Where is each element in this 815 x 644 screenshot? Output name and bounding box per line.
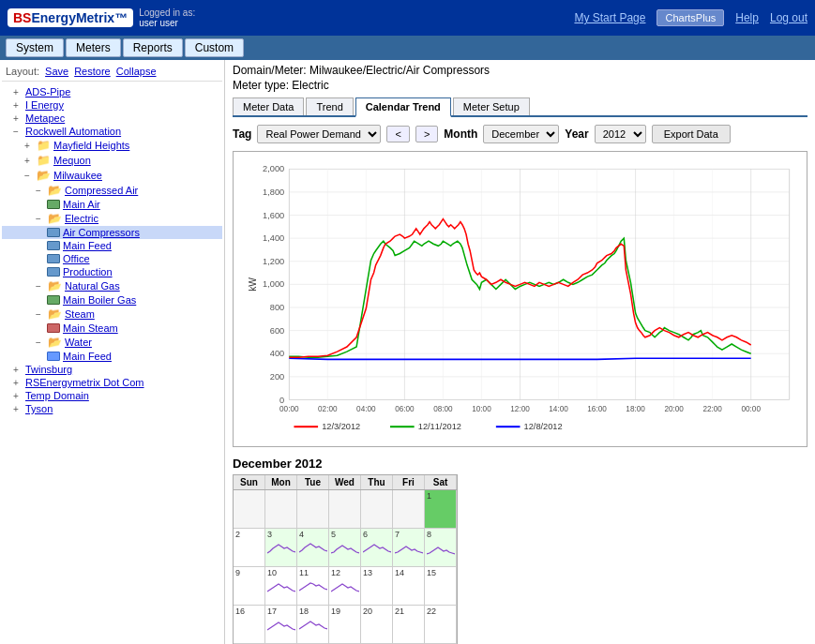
sidebar-item-rockwell[interactable]: − Rockwell Automation <box>2 125 222 138</box>
cal-cell[interactable]: 6 <box>361 529 393 566</box>
meter-icon <box>47 200 60 209</box>
cal-cell[interactable]: 1 <box>425 490 457 528</box>
meter-icon <box>47 295 60 305</box>
sidebar-item-main-feed-elec[interactable]: Main Feed <box>2 239 222 252</box>
sidebar-item-ads-pipe[interactable]: + ADS-Pipe <box>2 85 222 98</box>
cal-header-fri: Fri <box>393 475 425 489</box>
cal-cell[interactable]: 3 <box>265 529 297 566</box>
chartsplus-button[interactable]: ChartsPlus <box>657 9 724 26</box>
collapse-link[interactable]: Collapse <box>116 66 157 77</box>
sidebar-item-rsenergymetrix[interactable]: + RSEnergymetrix Dot Com <box>2 376 222 389</box>
content-area: Domain/Meter: Milwaukee/Electric/Air Com… <box>225 60 815 644</box>
svg-text:16:00: 16:00 <box>587 405 607 413</box>
tab-meter-data[interactable]: Meter Data <box>233 97 304 115</box>
sidebar-item-tyson[interactable]: + Tyson <box>2 402 222 415</box>
sidebar-item-mequon[interactable]: + 📁 Mequon <box>2 153 222 168</box>
tree-label: Production <box>63 266 113 277</box>
tab-trend[interactable]: Trend <box>306 97 353 115</box>
cal-cell[interactable] <box>393 490 425 528</box>
sidebar-item-main-feed-water[interactable]: Main Feed <box>2 350 222 363</box>
month-select[interactable]: December <box>483 125 559 143</box>
restore-link[interactable]: Restore <box>74 66 111 77</box>
cal-cell[interactable]: 13 <box>361 567 393 605</box>
cal-cell[interactable]: 22 <box>425 606 457 643</box>
folder-icon: 📂 <box>48 336 62 349</box>
tree-label: Temp Domain <box>25 390 89 401</box>
my-start-page-link[interactable]: My Start Page <box>574 11 645 24</box>
cal-cell[interactable] <box>265 490 297 528</box>
sidebar-item-steam[interactable]: − 📂 Steam <box>2 307 222 322</box>
cal-cell[interactable]: 21 <box>393 606 425 643</box>
tag-select[interactable]: Real Power Demand <box>257 125 381 143</box>
sidebar-item-metapec[interactable]: + Metapec <box>2 112 222 125</box>
cal-cell[interactable]: 19 <box>329 606 361 643</box>
cal-cell[interactable] <box>297 490 329 528</box>
cal-cell[interactable]: 17 <box>265 606 297 643</box>
main-layout: Layout: Save Restore Collapse + ADS-Pipe… <box>0 60 815 644</box>
sidebar-item-main-steam[interactable]: Main Steam <box>2 322 222 335</box>
expand-icon: + <box>13 378 23 387</box>
sidebar-item-electric[interactable]: − 📂 Electric <box>2 211 222 226</box>
sidebar-item-air-compressors[interactable]: Air Compressors <box>2 226 222 239</box>
sidebar-item-milwaukee[interactable]: − 📂 Milwaukee <box>2 168 222 183</box>
layout-bar: Layout: Save Restore Collapse <box>2 64 222 82</box>
sidebar-item-compressed-air[interactable]: − 📂 Compressed Air <box>2 183 222 198</box>
cal-cell[interactable] <box>361 490 393 528</box>
cal-cell[interactable]: 18 <box>297 606 329 643</box>
year-select[interactable]: 2012 <box>595 125 646 143</box>
tab-meter-setup[interactable]: Meter Setup <box>453 97 530 115</box>
meter-icon <box>47 267 60 277</box>
cal-cell[interactable]: 7 <box>393 529 425 566</box>
tree-label: Office <box>63 253 90 264</box>
cal-cell[interactable]: 10 <box>265 567 297 605</box>
reports-button[interactable]: Reports <box>123 38 183 57</box>
cal-cell[interactable]: 2 <box>234 529 265 566</box>
sidebar-item-main-air[interactable]: Main Air <box>2 198 222 211</box>
svg-text:1,000: 1,000 <box>263 279 284 289</box>
cal-cell[interactable]: 20 <box>361 606 393 643</box>
tree-label: Mequon <box>53 155 91 166</box>
expand-icon: − <box>36 337 45 347</box>
prev-button[interactable]: < <box>386 126 409 142</box>
header-nav: My Start Page ChartsPlus Help Log out <box>574 9 807 26</box>
cal-cell[interactable] <box>329 490 361 528</box>
expand-icon: − <box>36 214 45 223</box>
system-button[interactable]: System <box>6 38 64 57</box>
svg-text:00:00: 00:00 <box>741 405 761 413</box>
next-button[interactable]: > <box>415 126 438 142</box>
svg-text:12/11/2012: 12/11/2012 <box>418 422 461 431</box>
cal-cell[interactable]: 14 <box>393 567 425 605</box>
svg-text:0: 0 <box>279 396 284 405</box>
sidebar-item-twinsburg[interactable]: + Twinsburg <box>2 363 222 376</box>
export-button[interactable]: Export Data <box>652 125 731 143</box>
cal-cell[interactable]: 9 <box>234 567 265 605</box>
save-link[interactable]: Save <box>45 66 68 77</box>
cal-cell[interactable]: 16 <box>234 606 265 643</box>
logo: BSEnergyMetrix™ <box>8 8 133 27</box>
cal-cell[interactable]: 12 <box>329 567 361 605</box>
cal-cell[interactable]: 15 <box>425 567 457 605</box>
sidebar-item-natural-gas[interactable]: − 📂 Natural Gas <box>2 278 222 293</box>
expand-icon: + <box>13 365 23 374</box>
tab-calendar-trend[interactable]: Calendar Trend <box>355 97 451 117</box>
cal-cell[interactable]: 8 <box>425 529 457 566</box>
sidebar-item-water[interactable]: − 📂 Water <box>2 335 222 350</box>
logout-link[interactable]: Log out <box>770 11 807 24</box>
sidebar-item-main-boiler-gas[interactable]: Main Boiler Gas <box>2 293 222 307</box>
sidebar-item-mayfield[interactable]: + 📁 Mayfield Heights <box>2 138 222 153</box>
cal-cell[interactable]: 4 <box>297 529 329 566</box>
cal-cell[interactable]: 11 <box>297 567 329 605</box>
tab-bar: Meter Data Trend Calendar Trend Meter Se… <box>233 97 807 117</box>
help-link[interactable]: Help <box>735 11 759 24</box>
sidebar-item-temp-domain[interactable]: + Temp Domain <box>2 389 222 402</box>
sidebar-item-ienergy[interactable]: + I Energy <box>2 98 222 112</box>
svg-text:200: 200 <box>270 372 284 382</box>
year-label: Year <box>565 127 588 141</box>
meters-button[interactable]: Meters <box>66 38 121 57</box>
cal-cell[interactable] <box>234 490 265 528</box>
custom-button[interactable]: Custom <box>185 38 244 57</box>
svg-text:22:00: 22:00 <box>702 405 722 413</box>
sidebar-item-office[interactable]: Office <box>2 252 222 265</box>
sidebar-item-production[interactable]: Production <box>2 265 222 278</box>
cal-cell[interactable]: 5 <box>329 529 361 566</box>
